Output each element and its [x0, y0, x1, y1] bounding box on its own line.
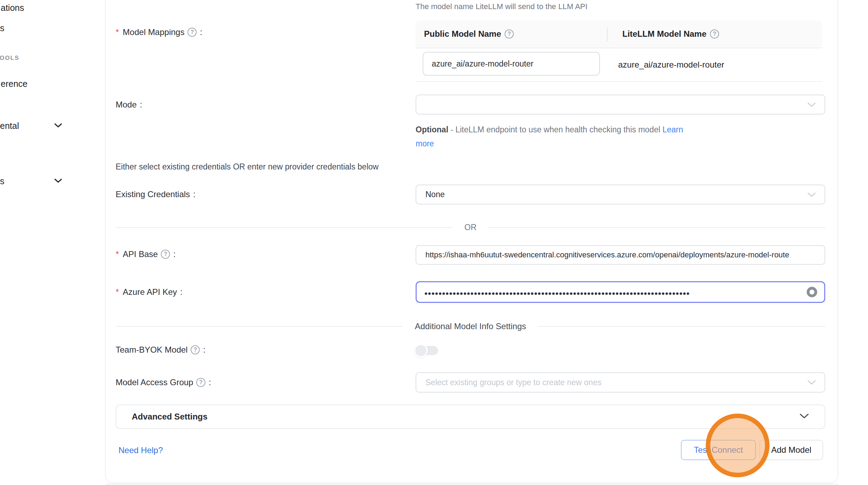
mode-label: Mode :	[116, 100, 142, 110]
or-divider: OR	[116, 223, 825, 232]
card-bottom-shadow	[106, 483, 838, 485]
need-help-link[interactable]: Need Help?	[118, 445, 163, 455]
advanced-settings-panel[interactable]: Advanced Settings	[116, 404, 825, 429]
public-model-name-header: Public Model Name ?	[416, 29, 610, 39]
sidebar-item-ental[interactable]: ental	[0, 121, 19, 131]
sidebar-item-s2[interactable]: s	[0, 176, 5, 186]
help-question-icon[interactable]: ?	[710, 29, 719, 39]
sidebar-section-tools: TOOLS	[0, 55, 19, 62]
model-mappings-label: * Model Mappings ? :	[116, 27, 202, 37]
mode-help-text: Optional - LiteLLM endpoint to use when …	[416, 123, 694, 151]
team-byok-label: Team-BYOK Model ? :	[116, 345, 205, 355]
existing-credentials-value: None	[425, 190, 445, 199]
model-access-group-placeholder: Select existing groups or type to create…	[425, 378, 601, 387]
advanced-settings-title: Advanced Settings	[132, 412, 207, 422]
public-model-name-input[interactable]: azure_ai/azure-model-router	[423, 52, 600, 76]
existing-credentials-label: Existing Credentials :	[116, 189, 196, 199]
toggle-knob	[414, 344, 428, 358]
litellm-model-name-value: azure_ai/azure-model-router	[618, 48, 724, 81]
column-divider	[607, 27, 608, 41]
chevron-down-icon	[807, 190, 816, 199]
additional-info-divider: Additional Model Info Settings	[116, 321, 825, 331]
masked-password-value: ••••••••••••••••••••••••••••••••••••••••…	[424, 286, 789, 298]
model-access-group-select[interactable]: Select existing groups or type to create…	[416, 372, 825, 393]
help-question-icon[interactable]: ?	[161, 250, 170, 259]
model-access-group-label: Model Access Group ? :	[116, 377, 211, 387]
sidebar-item-s1[interactable]: s	[0, 23, 5, 33]
required-marker: *	[116, 27, 119, 37]
credentials-note: Either select existing credentials OR en…	[116, 162, 378, 172]
team-byok-toggle[interactable]	[417, 346, 438, 355]
sidebar-item-erence[interactable]: erence	[1, 79, 27, 89]
required-marker: *	[116, 287, 119, 297]
api-base-input[interactable]: https://ishaa-mh6uutut-swedencentral.cog…	[416, 245, 825, 265]
add-model-form-screen: { "sidebar": { "items": [ { "label": "at…	[0, 0, 868, 485]
azure-api-key-input[interactable]: ••••••••••••••••••••••••••••••••••••••••…	[416, 281, 825, 303]
show-password-eye-icon[interactable]	[807, 287, 817, 297]
help-question-icon[interactable]: ?	[505, 29, 514, 39]
chevron-down-icon[interactable]	[54, 178, 62, 185]
sidebar-item-ations[interactable]: ations	[1, 3, 24, 13]
chevron-down-icon	[807, 100, 816, 109]
required-marker: *	[116, 249, 119, 259]
chevron-down-icon	[807, 378, 816, 387]
model-mappings-table-header: Public Model Name ? LiteLLM Model Name ?	[416, 20, 822, 48]
add-model-button[interactable]: Add Model	[759, 440, 823, 460]
api-base-value: https://ishaa-mh6uutut-swedencentral.cog…	[425, 250, 789, 259]
model-mappings-table: Public Model Name ? LiteLLM Model Name ?…	[416, 20, 822, 82]
api-base-label: * API Base ? :	[116, 249, 176, 259]
help-question-icon[interactable]: ?	[196, 378, 205, 387]
chevron-down-icon	[799, 413, 809, 421]
model-mapping-row: azure_ai/azure-model-router azure_ai/azu…	[416, 48, 822, 82]
help-question-icon[interactable]: ?	[191, 345, 200, 354]
mode-select[interactable]	[416, 95, 825, 115]
litellm-model-name-help: The model name LiteLLM will send to the …	[416, 2, 587, 11]
help-question-icon[interactable]: ?	[187, 28, 197, 37]
chevron-down-icon[interactable]	[54, 123, 62, 130]
azure-api-key-label: * Azure API Key :	[116, 287, 183, 297]
litellm-model-name-header: LiteLLM Model Name ?	[610, 29, 719, 39]
test-connect-button[interactable]: Test Connect	[681, 440, 756, 460]
existing-credentials-select[interactable]: None	[416, 185, 825, 205]
